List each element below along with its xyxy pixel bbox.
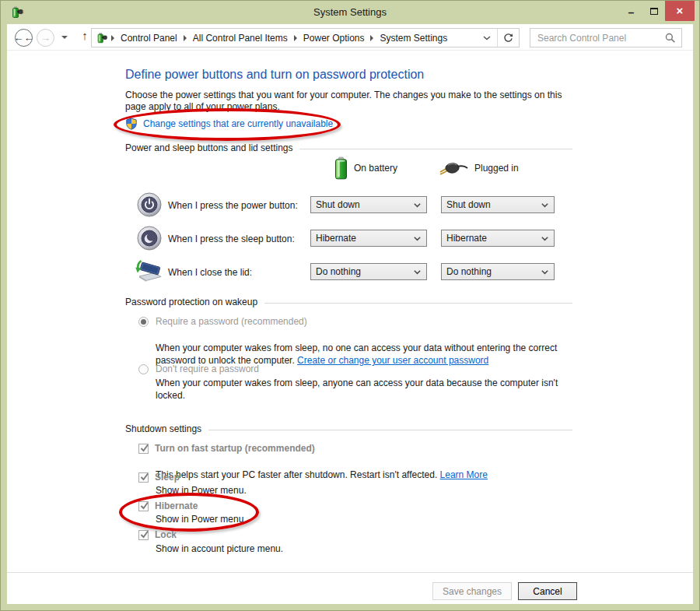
system-settings-window: System Settings ← → Control Panel bbox=[0, 0, 700, 611]
hibernate-label: Hibernate bbox=[155, 500, 198, 511]
address-dropdown-button[interactable] bbox=[477, 29, 497, 47]
intro-text: Choose the power settings that you want … bbox=[125, 90, 562, 113]
forward-arrow-icon: → bbox=[40, 32, 51, 44]
hibernate-description: Show in Power menu. bbox=[156, 513, 247, 525]
checkmark-icon bbox=[138, 471, 151, 483]
refresh-button[interactable] bbox=[498, 29, 519, 47]
content-area: Define power buttons and turn on passwor… bbox=[7, 51, 693, 604]
checkbox-lock[interactable] bbox=[138, 530, 149, 540]
back-arrow-icon: ← bbox=[24, 32, 34, 44]
chevron-down-icon bbox=[414, 203, 421, 208]
dropdown-close-lid-on-battery[interactable]: Do nothing bbox=[310, 263, 427, 280]
sleep-button-icon bbox=[137, 226, 162, 254]
back-button[interactable]: ← bbox=[15, 29, 33, 47]
chevron-down-icon bbox=[414, 237, 421, 241]
up-button[interactable] bbox=[77, 29, 93, 46]
section-label: Shutdown settings bbox=[125, 423, 201, 434]
column-label: Plugged in bbox=[474, 163, 519, 174]
dropdown-power-button-on-battery[interactable]: Shut down bbox=[310, 196, 427, 213]
breadcrumb-control-panel[interactable]: Control Panel bbox=[117, 33, 180, 44]
sleep-description: Show in Power menu. bbox=[156, 484, 247, 497]
dropdown-value: Do nothing bbox=[316, 266, 361, 277]
window-title: System Settings bbox=[1, 1, 699, 24]
dropdown-sleep-button-on-battery[interactable]: Hibernate bbox=[310, 230, 427, 247]
column-label: On battery bbox=[354, 163, 397, 174]
section-password-protection: Password protection on wakeup bbox=[125, 297, 572, 307]
column-header-plugged-in: Plugged in bbox=[437, 155, 519, 181]
maximize-button[interactable] bbox=[642, 1, 665, 21]
maximize-icon bbox=[650, 8, 658, 15]
power-options-breadcrumb-icon bbox=[96, 32, 108, 44]
row-label-close-lid: When I close the lid: bbox=[168, 267, 252, 278]
navigation-bar: ← → Control Panel All Control Panel Item… bbox=[7, 24, 693, 51]
power-button-icon bbox=[137, 192, 162, 220]
minimize-button[interactable] bbox=[620, 1, 642, 21]
annotation-ellipse-hibernate bbox=[119, 493, 259, 532]
row-label-power-button: When I press the power button: bbox=[168, 200, 298, 211]
section-label: Power and sleep buttons and lid settings bbox=[125, 142, 292, 153]
footer-divider bbox=[7, 572, 693, 573]
fast-startup-label: Turn on fast startup (recommended) bbox=[155, 443, 315, 454]
chevron-down-icon bbox=[483, 36, 491, 40]
change-settings-link[interactable]: Change settings that are currently unava… bbox=[143, 118, 333, 129]
column-header-on-battery: On battery bbox=[334, 155, 397, 181]
search-icon[interactable] bbox=[665, 33, 676, 44]
refresh-icon bbox=[503, 33, 513, 43]
radio-dont-require-password-label: Don't require a password bbox=[156, 363, 259, 374]
search-box bbox=[530, 28, 682, 47]
chevron-down-icon bbox=[414, 270, 421, 275]
radio-dont-require-password[interactable] bbox=[138, 364, 149, 374]
checkbox-sleep[interactable] bbox=[138, 472, 149, 483]
close-button[interactable] bbox=[665, 1, 695, 21]
address-bar[interactable]: Control Panel All Control Panel Items Po… bbox=[91, 28, 520, 47]
uac-shield-icon bbox=[125, 118, 138, 130]
dropdown-sleep-button-plugged-in[interactable]: Hibernate bbox=[441, 230, 555, 247]
lock-description: Show in account picture menu. bbox=[156, 543, 283, 555]
page-title: Define power buttons and turn on passwor… bbox=[125, 68, 424, 82]
battery-icon bbox=[334, 156, 348, 180]
breadcrumb-separator-icon bbox=[184, 35, 187, 41]
dropdown-close-lid-plugged-in[interactable]: Do nothing bbox=[441, 263, 555, 280]
dropdown-value: Do nothing bbox=[446, 266, 492, 277]
forward-button[interactable]: → bbox=[37, 29, 54, 47]
radio-require-password[interactable] bbox=[138, 317, 149, 327]
checkbox-fast-startup[interactable] bbox=[138, 444, 149, 454]
learn-more-link[interactable]: Learn More bbox=[440, 469, 488, 480]
lock-label: Lock bbox=[155, 529, 177, 540]
sleep-label: Sleep bbox=[155, 472, 180, 483]
breadcrumb-all-items[interactable]: All Control Panel Items bbox=[190, 33, 291, 44]
breadcrumb-power-options[interactable]: Power Options bbox=[300, 33, 368, 44]
dont-require-password-description: When your computer wakes from sleep, any… bbox=[156, 377, 653, 402]
breadcrumb-system-settings[interactable]: System Settings bbox=[376, 33, 450, 44]
account-password-link[interactable]: Create or change your user account passw… bbox=[297, 355, 488, 366]
description-text: This helps start your PC faster after sh… bbox=[156, 469, 440, 480]
section-rule bbox=[264, 303, 572, 304]
dropdown-value: Hibernate bbox=[316, 233, 356, 244]
dropdown-value: Hibernate bbox=[446, 233, 487, 244]
dropdown-power-button-plugged-in[interactable]: Shut down bbox=[441, 196, 555, 213]
uac-link-row[interactable]: Change settings that are currently unava… bbox=[125, 118, 333, 130]
section-rule bbox=[208, 430, 572, 430]
checkmark-icon bbox=[138, 528, 151, 541]
dropdown-value: Shut down bbox=[316, 199, 360, 210]
section-label: Password protection on wakeup bbox=[125, 297, 257, 307]
titlebar: System Settings bbox=[1, 1, 699, 24]
lid-icon bbox=[134, 259, 163, 287]
breadcrumb-separator-icon bbox=[111, 35, 114, 41]
section-power-buttons: Power and sleep buttons and lid settings bbox=[125, 142, 572, 153]
search-input[interactable] bbox=[530, 29, 681, 47]
save-changes-button[interactable]: Save changes bbox=[432, 582, 512, 600]
chevron-down-icon bbox=[541, 237, 548, 241]
checkmark-icon bbox=[138, 500, 151, 512]
section-rule bbox=[299, 149, 572, 149]
breadcrumb: Control Panel All Control Panel Items Po… bbox=[92, 32, 477, 44]
plug-icon bbox=[437, 160, 468, 177]
checkbox-hibernate[interactable] bbox=[138, 501, 149, 511]
fast-startup-description: This helps start your PC faster after sh… bbox=[156, 456, 488, 481]
cancel-button[interactable]: Cancel bbox=[518, 582, 577, 600]
radio-require-password-label: Require a password (recommended) bbox=[156, 316, 307, 327]
row-label-sleep-button: When I press the sleep button: bbox=[168, 234, 295, 244]
checkmark-icon bbox=[138, 442, 151, 455]
dropdown-value: Shut down bbox=[446, 199, 491, 210]
recent-pages-dropdown-icon[interactable] bbox=[61, 36, 68, 39]
